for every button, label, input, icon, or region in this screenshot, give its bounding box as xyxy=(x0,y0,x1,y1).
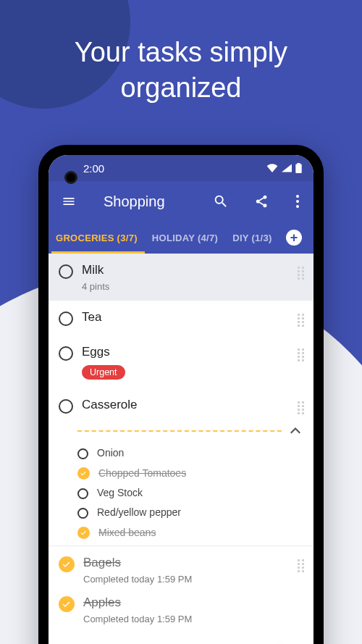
appbar: Shopping xyxy=(49,181,313,222)
task-title: Eggs xyxy=(82,344,289,361)
task-checkbox-checked[interactable] xyxy=(59,556,75,572)
subtask-title: Red/yellow pepper xyxy=(97,506,181,518)
svg-point-0 xyxy=(296,195,299,198)
task-subtitle: 4 pints xyxy=(82,281,289,292)
statusbar-icons xyxy=(266,163,302,173)
task-checkbox[interactable] xyxy=(59,311,73,326)
collapse-button[interactable] xyxy=(287,423,303,439)
task-subtitle: Completed today 1:59 PM xyxy=(83,574,289,585)
subtask-item[interactable]: Onion xyxy=(49,443,313,463)
share-icon xyxy=(254,194,269,209)
menu-button[interactable] xyxy=(54,187,83,216)
statusbar-time: 2:00 xyxy=(83,162,104,175)
subtask-title: Veg Stock xyxy=(97,487,143,498)
subtask-checkbox[interactable] xyxy=(77,508,88,519)
task-item-completed[interactable]: Apples Completed today 1:59 PM xyxy=(49,590,313,629)
appbar-title: Shopping xyxy=(104,193,195,210)
subtask-item[interactable]: Mixed beans xyxy=(49,522,313,543)
hamburger-icon xyxy=(62,194,76,209)
statusbar: 2:00 xyxy=(49,155,313,181)
subtask-title: Onion xyxy=(97,447,124,459)
task-title: Bagels xyxy=(83,555,289,572)
battery-icon xyxy=(295,163,302,173)
task-item[interactable]: Eggs Urgent xyxy=(49,335,313,388)
wifi-icon xyxy=(266,164,278,172)
plus-icon: + xyxy=(290,230,298,246)
share-button[interactable] xyxy=(247,187,276,216)
tab-holiday[interactable]: HOLIDAY (4/7) xyxy=(145,222,225,254)
search-icon xyxy=(213,193,229,209)
task-list[interactable]: Milk 4 pints Tea Eggs Urgent xyxy=(49,254,313,644)
task-item[interactable]: Casserole xyxy=(49,388,313,419)
overflow-button[interactable] xyxy=(287,187,308,216)
task-item[interactable]: Tea xyxy=(49,301,313,335)
drag-handle-icon[interactable] xyxy=(298,401,305,414)
task-checkbox[interactable] xyxy=(59,264,73,279)
task-title: Tea xyxy=(82,309,289,326)
svg-point-2 xyxy=(296,205,299,208)
task-title: Milk xyxy=(82,262,289,279)
tabbar: GROCERIES (3/7) HOLIDAY (4/7) DIY (1/3) … xyxy=(49,222,313,254)
task-checkbox[interactable] xyxy=(59,346,73,361)
subtask-item[interactable]: Red/yellow pepper xyxy=(49,503,313,522)
subtask-title: Chopped Tomatoes xyxy=(98,467,186,479)
drag-handle-icon[interactable] xyxy=(298,314,305,327)
search-button[interactable] xyxy=(206,187,235,216)
subtask-separator xyxy=(77,423,303,439)
add-tab-button[interactable]: + xyxy=(286,230,302,246)
task-subtitle: Completed today 1:59 PM xyxy=(83,614,306,624)
drag-handle-icon[interactable] xyxy=(298,348,305,361)
task-title: Apples xyxy=(83,595,306,611)
drag-handle-icon[interactable] xyxy=(298,559,305,572)
task-checkbox-checked[interactable] xyxy=(59,596,75,612)
tab-groceries[interactable]: GROCERIES (3/7) xyxy=(49,222,145,254)
task-item[interactable]: Milk 4 pints xyxy=(49,254,313,301)
tab-diy[interactable]: DIY (1/3) xyxy=(225,222,279,254)
overflow-icon xyxy=(296,195,299,208)
subtask-title: Mixed beans xyxy=(98,527,156,538)
subtask-item[interactable]: Veg Stock xyxy=(49,483,313,503)
task-checkbox[interactable] xyxy=(59,399,73,414)
subtask-checkbox-checked[interactable] xyxy=(77,527,90,539)
camera-cutout xyxy=(64,171,77,184)
subtask-checkbox-checked[interactable] xyxy=(77,467,90,480)
drag-handle-icon[interactable] xyxy=(298,267,305,280)
marketing-headline: Your tasks simply organized xyxy=(0,35,362,106)
phone-screen: 2:00 Shopping GROCERIES xyxy=(49,155,313,644)
divider xyxy=(49,545,313,546)
task-tag: Urgent xyxy=(82,365,125,380)
phone-frame: 2:00 Shopping GROCERIES xyxy=(38,145,324,644)
cell-signal-icon xyxy=(282,164,292,172)
chevron-up-icon xyxy=(290,427,300,434)
subtask-checkbox[interactable] xyxy=(77,448,88,459)
task-item-completed[interactable]: Bagels Completed today 1:59 PM xyxy=(49,549,313,590)
task-title: Casserole xyxy=(82,397,289,414)
svg-point-1 xyxy=(296,200,299,203)
subtask-checkbox[interactable] xyxy=(77,488,88,499)
subtask-item[interactable]: Chopped Tomatoes xyxy=(49,463,313,483)
